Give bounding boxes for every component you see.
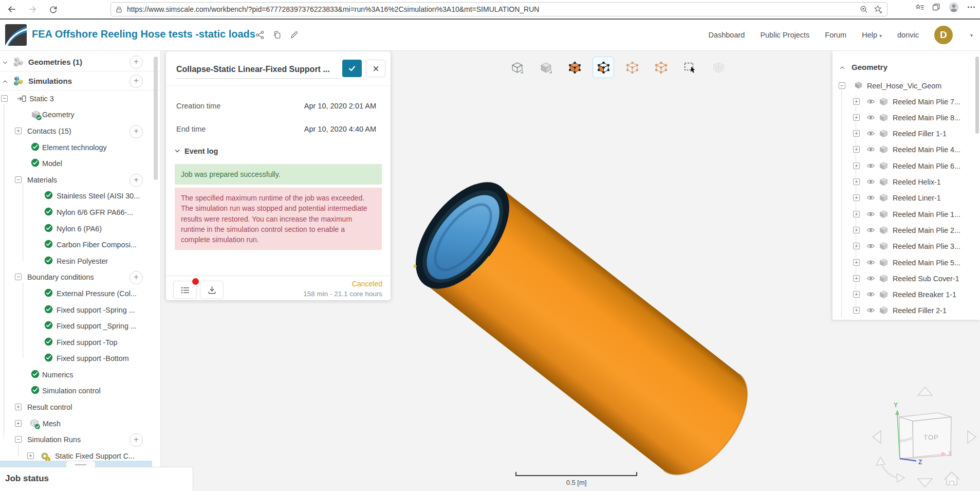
eye-icon[interactable] — [866, 193, 875, 204]
sidebar-item[interactable]: Simulations+ — [0, 71, 160, 90]
sidebar-item[interactable]: Nylon 6 (PA6) — [0, 221, 160, 237]
eye-icon[interactable] — [866, 290, 875, 301]
solid-view-button[interactable] — [535, 57, 557, 78]
confirm-button[interactable] — [342, 60, 362, 77]
add-favorite-icon[interactable] — [874, 5, 883, 14]
run-log-button[interactable] — [173, 281, 197, 299]
expand-icon[interactable]: + — [15, 404, 22, 410]
sidebar-item[interactable]: External Pressure (Col... — [0, 285, 160, 302]
nav-forum[interactable]: Forum — [825, 31, 846, 39]
eye-icon[interactable] — [866, 274, 875, 285]
select-edges-button[interactable] — [621, 57, 643, 78]
expand-icon[interactable]: + — [853, 243, 860, 249]
event-log-toggle[interactable]: Event log — [174, 147, 218, 155]
chevron-down-icon[interactable]: ▾ — [970, 32, 973, 38]
expand-icon[interactable]: + — [15, 128, 22, 134]
add-button[interactable]: + — [130, 174, 143, 187]
browser-forward-icon[interactable] — [24, 2, 41, 17]
expand-icon[interactable]: + — [853, 114, 860, 121]
geometry-root-item[interactable]: − Reel_Hose_Vic_Geom — [833, 78, 980, 94]
geometry-body-item[interactable]: + Reeled Sub Cover-1 — [833, 270, 980, 286]
avatar[interactable]: D — [934, 26, 953, 44]
collapse-icon[interactable]: − — [1, 95, 8, 102]
nav-public-projects[interactable]: Public Projects — [760, 31, 809, 39]
panel-drag-handle[interactable] — [66, 461, 96, 468]
sidebar-item[interactable]: −Simulation Runs+ — [0, 431, 160, 448]
chevron-up-icon[interactable] — [2, 78, 8, 87]
select-volumes-button[interactable] — [564, 57, 585, 78]
eye-icon[interactable] — [866, 242, 875, 252]
sidebar-item[interactable]: Simulation control — [0, 383, 160, 399]
geometry-body-item[interactable]: + Reeled Helix-1 — [833, 174, 980, 190]
add-button[interactable]: + — [130, 56, 143, 69]
add-button[interactable]: + — [130, 125, 143, 138]
collapse-icon[interactable]: − — [15, 176, 22, 183]
download-results-button[interactable] — [200, 281, 224, 299]
sidebar-item[interactable]: +Mesh — [0, 415, 160, 432]
expand-icon[interactable]: + — [853, 178, 860, 185]
sidebar-item[interactable]: −Boundary conditions+ — [0, 269, 160, 286]
eye-icon[interactable] — [866, 129, 875, 140]
geometry-body-item[interactable]: + Reeled Breaker 1-1 — [833, 287, 980, 303]
copy-icon[interactable] — [273, 30, 282, 39]
sidebar-scrollbar[interactable] — [154, 57, 158, 180]
expand-icon[interactable]: + — [27, 452, 34, 459]
geometry-panel-header[interactable]: Geometry — [833, 60, 980, 74]
geometry-body-item[interactable]: + Reeled Main Plie 8... — [833, 110, 980, 125]
expand-icon[interactable]: + — [853, 146, 860, 153]
eye-icon[interactable] — [866, 97, 875, 108]
add-button[interactable]: + — [130, 433, 143, 447]
geometry-body-item[interactable]: + Reeled Main Plie 7... — [833, 94, 980, 110]
sidebar-item[interactable]: −Static 3 — [0, 90, 160, 107]
expand-icon[interactable]: + — [853, 291, 860, 298]
select-vertices-button[interactable] — [650, 57, 672, 78]
expand-icon[interactable]: + — [853, 227, 860, 233]
geometry-body-item[interactable]: + Reeled Filler 2-1 — [833, 303, 980, 319]
favorites-bar-icon[interactable] — [915, 3, 924, 12]
close-button[interactable] — [366, 60, 385, 77]
browser-menu-icon[interactable] — [967, 3, 976, 12]
browser-refresh-icon[interactable] — [44, 2, 62, 17]
nav-dashboard[interactable]: Dashboard — [708, 31, 745, 39]
sidebar-item[interactable]: Fixed support -Top — [0, 334, 160, 351]
eye-icon[interactable] — [866, 258, 875, 269]
edit-title-icon[interactable] — [290, 30, 299, 39]
geometry-body-item[interactable]: + Reeled Filler 1-1 — [833, 126, 980, 142]
add-button[interactable]: + — [130, 75, 143, 88]
geometry-body-item[interactable]: + Reeled Liner-1 — [833, 190, 980, 206]
eye-icon[interactable] — [866, 226, 875, 237]
box-select-button[interactable] — [679, 57, 700, 78]
collapse-icon[interactable]: − — [15, 436, 22, 443]
chevron-up-icon[interactable] — [839, 64, 845, 73]
wireframe-view-button[interactable] — [506, 57, 528, 78]
sidebar-item[interactable]: Model — [0, 155, 160, 172]
expand-icon[interactable]: + — [853, 275, 860, 282]
sidebar-item[interactable]: +Result control — [0, 399, 160, 415]
sidebar-item[interactable]: Fixed support -Bottom — [0, 351, 160, 367]
geometry-body-item[interactable]: + Reeled Main Plie 2... — [833, 222, 980, 238]
expand-icon[interactable]: + — [853, 98, 860, 105]
sidebar-item[interactable]: Stainless Steel (AISI 30... — [0, 188, 160, 205]
expand-icon[interactable]: + — [853, 211, 860, 217]
eye-icon[interactable] — [866, 145, 875, 156]
collapse-icon[interactable]: − — [15, 274, 22, 280]
simscale-logo[interactable] — [5, 24, 27, 48]
geometry-body-item[interactable]: + Reeled Main Plie 5... — [833, 254, 980, 270]
collections-icon[interactable] — [932, 3, 941, 12]
sidebar-item[interactable]: Resin Polyester — [0, 253, 160, 269]
geometry-body-item[interactable]: + Reeled Main Plie 4... — [833, 142, 980, 158]
chevron-down-icon[interactable] — [2, 59, 8, 68]
browser-profile-icon[interactable] — [948, 2, 959, 13]
browser-back-icon[interactable] — [3, 2, 21, 17]
address-bar[interactable]: https://www.simscale.com/workbench/?pid=… — [110, 2, 887, 16]
expand-icon[interactable]: + — [853, 259, 860, 266]
collapse-icon[interactable]: − — [839, 82, 845, 89]
eye-icon[interactable] — [866, 161, 875, 172]
eye-icon[interactable] — [866, 177, 875, 188]
eye-icon[interactable] — [866, 210, 875, 221]
sidebar-item[interactable]: Element technology — [0, 139, 160, 156]
expand-icon[interactable]: + — [853, 162, 860, 169]
sidebar-item[interactable]: Nylon 6/6 GFR PA66-... — [0, 204, 160, 221]
geometry-body-item[interactable]: + Reeled Main Plie 1... — [833, 206, 980, 222]
sidebar-item[interactable]: Carbon Fiber Composi... — [0, 237, 160, 253]
